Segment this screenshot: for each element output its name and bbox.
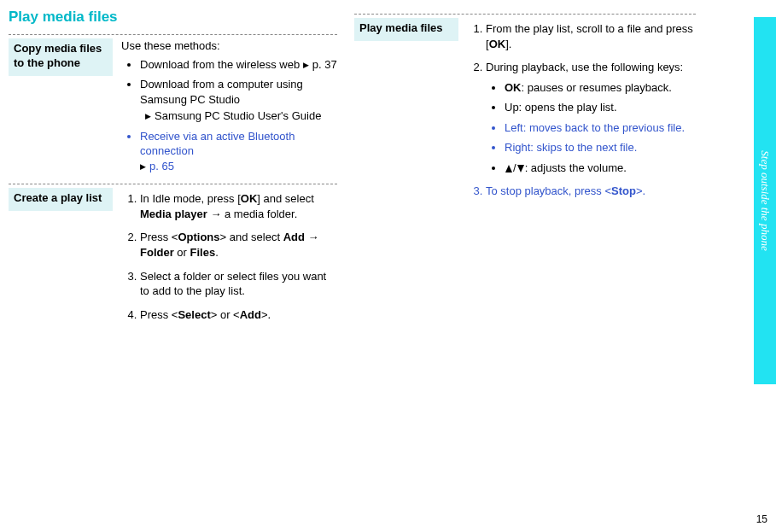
ref-icon xyxy=(145,109,155,122)
key-up: Up: opens the play list. xyxy=(505,100,696,115)
divider xyxy=(9,34,337,35)
method-download-web: Download from the wireless web p. 37 xyxy=(140,57,337,73)
section-label-create-playlist: Create a play list xyxy=(9,188,113,211)
method-bluetooth-link[interactable]: Receive via an active Bluetooth connecti… xyxy=(140,129,337,174)
step-2: Press <Options> and select Add → Folder … xyxy=(140,230,337,260)
page-title: Play media files xyxy=(9,9,337,26)
divider xyxy=(9,184,337,184)
page-number: 15 xyxy=(756,513,767,525)
key-ok: OK: pauses or resumes playback. xyxy=(505,80,696,96)
method-download-pc: Download from a computer using Samsung P… xyxy=(140,77,337,124)
volume-down-icon xyxy=(516,161,525,174)
svg-marker-0 xyxy=(505,165,512,172)
section-label-play-media: Play media files xyxy=(354,18,458,41)
key-right-link[interactable]: Right: skips to the next file. xyxy=(505,140,696,155)
volume-up-icon xyxy=(505,161,513,174)
section-body-create-playlist: In Idle mode, press [OK] and select Medi… xyxy=(113,188,337,327)
key-left-link[interactable]: Left: moves back to the previous file. xyxy=(505,120,696,136)
side-tab-label: Step outside the phone xyxy=(758,150,772,250)
section-label-copy-media: Copy media files to the phone xyxy=(9,38,113,76)
svg-marker-1 xyxy=(517,165,524,172)
play-step-2: During playback, use the following keys:… xyxy=(486,60,696,175)
page-ref-icon xyxy=(140,160,149,172)
play-step-1: From the play list, scroll to a file and… xyxy=(486,21,696,51)
methods-intro: Use these methods: xyxy=(121,38,337,54)
section-body-play-media: From the play list, scroll to a file and… xyxy=(458,18,696,204)
section-body-copy-media: Use these methods: Download from the wir… xyxy=(113,38,337,178)
play-step-3-link[interactable]: To stop playback, press <Stop>. xyxy=(486,184,696,199)
page-ref-icon xyxy=(303,58,312,71)
key-volume: /: adjusts the volume. xyxy=(505,161,696,176)
step-3: Select a folder or select files you want… xyxy=(140,269,337,299)
step-1: In Idle mode, press [OK] and select Medi… xyxy=(140,191,337,221)
step-4: Press <Select> or <Add>. xyxy=(140,307,337,323)
side-tab: Step outside the phone xyxy=(754,17,776,384)
divider xyxy=(354,14,696,15)
